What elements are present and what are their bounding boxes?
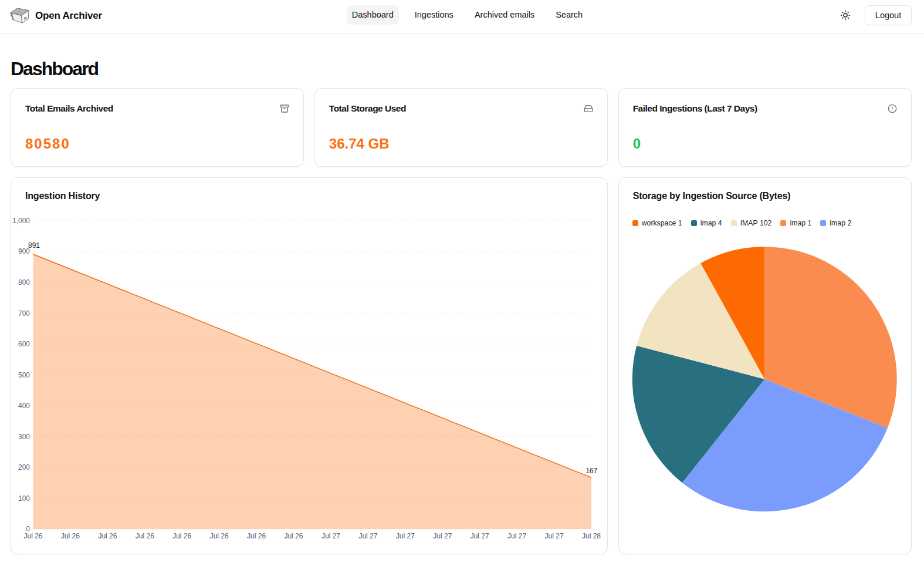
svg-text:Jul 26: Jul 26 xyxy=(284,532,303,540)
svg-text:300: 300 xyxy=(18,433,30,441)
svg-text:700: 700 xyxy=(18,309,30,318)
svg-text:1,000: 1,000 xyxy=(12,217,30,225)
svg-text:Jul 27: Jul 27 xyxy=(321,532,340,540)
svg-text:500: 500 xyxy=(18,371,30,379)
svg-text:Jul 27: Jul 27 xyxy=(396,532,415,540)
svg-text:891: 891 xyxy=(28,242,40,250)
svg-text:Jul 26: Jul 26 xyxy=(172,532,191,540)
svg-text:600: 600 xyxy=(18,340,30,348)
svg-text:Jul 27: Jul 27 xyxy=(545,532,564,540)
svg-text:Jul 27: Jul 27 xyxy=(507,532,526,540)
svg-text:Jul 27: Jul 27 xyxy=(433,532,452,540)
svg-text:Jul 26: Jul 26 xyxy=(98,532,117,540)
svg-text:Jul 26: Jul 26 xyxy=(247,532,266,540)
svg-text:200: 200 xyxy=(18,463,30,471)
svg-text:167: 167 xyxy=(585,467,597,475)
svg-text:Jul 26: Jul 26 xyxy=(136,532,154,540)
svg-text:Jul 26: Jul 26 xyxy=(23,532,42,540)
svg-text:800: 800 xyxy=(18,278,30,287)
svg-text:100: 100 xyxy=(18,494,30,503)
svg-text:Jul 26: Jul 26 xyxy=(61,532,80,540)
svg-text:Jul 27: Jul 27 xyxy=(358,532,377,540)
svg-text:Jul 26: Jul 26 xyxy=(210,532,229,540)
svg-text:400: 400 xyxy=(18,402,30,410)
svg-text:Jul 27: Jul 27 xyxy=(471,532,489,540)
svg-text:Jul 28: Jul 28 xyxy=(582,532,601,540)
